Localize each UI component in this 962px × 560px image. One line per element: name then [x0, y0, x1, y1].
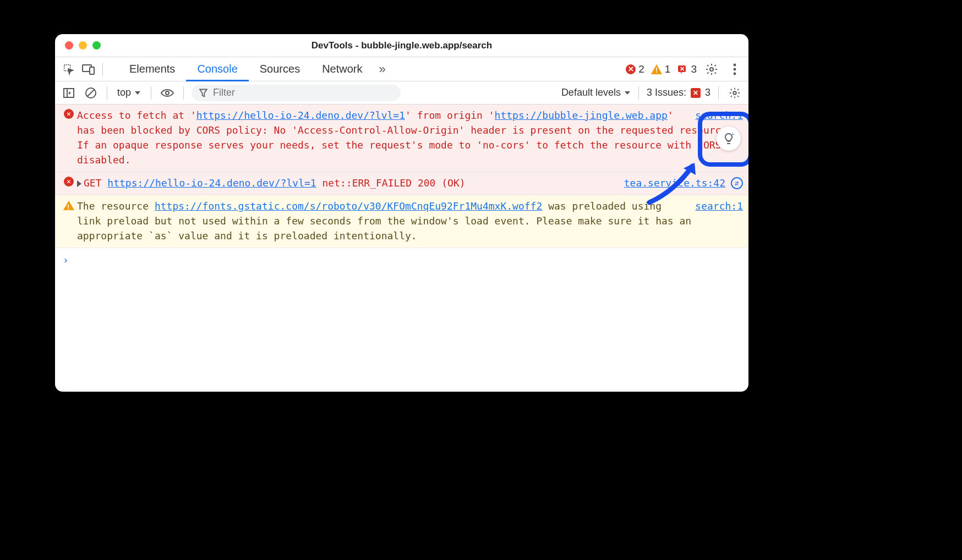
- funnel-icon: [199, 89, 207, 97]
- ai-insights-button[interactable]: [717, 127, 741, 151]
- console-message[interactable]: ✕tea.service.ts:42⇅GET https://hello-io-…: [55, 172, 748, 195]
- inspect-element-icon[interactable]: [61, 61, 77, 78]
- zoom-window-button[interactable]: [92, 41, 101, 50]
- tab-label: Console: [197, 63, 237, 75]
- devtools-window: DevTools - bubble-jingle.web.app/search …: [55, 34, 748, 392]
- console-settings-icon[interactable]: [726, 85, 743, 101]
- svg-point-15: [733, 91, 736, 95]
- clear-console-icon[interactable]: [83, 85, 99, 101]
- tab-label: Sources: [260, 63, 300, 75]
- issue-badge-icon: ✕: [691, 88, 701, 98]
- error-count[interactable]: ✕ 2: [626, 63, 644, 75]
- live-expression-icon[interactable]: [159, 85, 176, 101]
- svg-point-8: [734, 68, 736, 70]
- chevron-down-icon: [134, 91, 141, 95]
- traffic-lights: [65, 41, 101, 50]
- source-link[interactable]: search:1: [695, 108, 743, 123]
- console-prompt[interactable]: ›: [55, 248, 748, 272]
- console-toolbar: top Default levels 3 Issues: ✕ 3: [55, 81, 748, 105]
- separator: [107, 86, 107, 100]
- error-icon: ✕: [61, 108, 77, 167]
- svg-point-7: [734, 63, 736, 66]
- warning-icon: !: [651, 64, 662, 74]
- expand-caret-icon[interactable]: [77, 180, 81, 187]
- message-body: tea.service.ts:42⇅GET https://hello-io-2…: [77, 175, 743, 190]
- svg-point-6: [710, 68, 713, 71]
- issue-icon: ✕: [677, 64, 688, 74]
- source-link[interactable]: search:1: [695, 199, 743, 213]
- message-body: search:1The resource https://fonts.gstat…: [77, 199, 743, 243]
- message-text: Access to fetch at ': [77, 109, 196, 121]
- issues-label: 3 Issues:: [647, 87, 686, 98]
- filter-input[interactable]: [213, 87, 393, 98]
- svg-text:!: !: [655, 67, 658, 74]
- log-levels-selector[interactable]: Default levels: [561, 87, 631, 98]
- panel-tabs: Elements Console Sources Network »: [118, 57, 391, 81]
- message-text: net::ERR_FAILED 200 (OK): [316, 177, 466, 189]
- separator: [151, 86, 151, 100]
- url-link[interactable]: https://hello-io-24.deno.dev/?lvl=1: [107, 177, 316, 189]
- levels-label: Default levels: [561, 87, 621, 98]
- svg-line-13: [88, 90, 94, 96]
- message-text: ' from origin ': [405, 109, 495, 121]
- svg-point-14: [166, 91, 169, 95]
- status-bar: ✕ 2 ! 1 ✕ 3: [626, 61, 743, 78]
- filter-field[interactable]: [192, 85, 401, 101]
- svg-point-9: [734, 72, 736, 75]
- lightbulb-icon: [722, 132, 735, 145]
- more-tabs-button[interactable]: »: [374, 57, 391, 81]
- kebab-menu-icon[interactable]: [726, 61, 743, 78]
- warning-icon: [61, 199, 77, 243]
- chevrons-icon: »: [379, 62, 386, 76]
- issues-badge-count: 3: [705, 87, 710, 98]
- chevron-down-icon: [624, 91, 631, 95]
- error-icon: ✕: [61, 175, 77, 190]
- minimize-window-button[interactable]: [79, 41, 87, 50]
- url-link[interactable]: https://fonts.gstatic.com/s/roboto/v30/K…: [155, 200, 542, 212]
- issues-link[interactable]: 3 Issues: ✕ 3: [647, 87, 710, 98]
- url-link[interactable]: https://bubble-jingle.web.app: [495, 109, 668, 121]
- separator: [183, 86, 184, 100]
- issues-count-value: 3: [691, 63, 697, 75]
- titlebar: DevTools - bubble-jingle.web.app/search: [55, 34, 748, 57]
- warning-count[interactable]: ! 1: [651, 63, 671, 75]
- tab-sources[interactable]: Sources: [249, 57, 311, 81]
- message-text: GET: [84, 177, 107, 189]
- console-message[interactable]: ✕search:1Access to fetch at 'https://hel…: [55, 105, 748, 172]
- context-label: top: [117, 87, 131, 98]
- reload-icon[interactable]: ⇅: [731, 177, 743, 189]
- tab-elements[interactable]: Elements: [118, 57, 186, 81]
- separator: [718, 86, 719, 100]
- toggle-sidebar-icon[interactable]: [61, 85, 77, 101]
- separator: [638, 86, 639, 100]
- prompt-caret-icon: ›: [63, 252, 69, 267]
- warning-count-value: 1: [665, 63, 671, 75]
- svg-rect-2: [90, 67, 94, 74]
- window-title: DevTools - bubble-jingle.web.app/search: [311, 40, 492, 51]
- tab-console[interactable]: Console: [186, 57, 248, 81]
- tab-network[interactable]: Network: [311, 57, 373, 81]
- message-body: search:1Access to fetch at 'https://hell…: [77, 108, 743, 167]
- message-text: The resource: [77, 200, 155, 212]
- settings-icon[interactable]: [703, 61, 720, 78]
- context-selector[interactable]: top: [115, 86, 143, 100]
- source-link[interactable]: tea.service.ts:42: [624, 175, 725, 190]
- device-toolbar-icon[interactable]: [80, 61, 97, 78]
- svg-text:✕: ✕: [680, 65, 685, 72]
- separator: [102, 63, 103, 76]
- tab-label: Elements: [129, 63, 175, 75]
- console-messages[interactable]: ✕search:1Access to fetch at 'https://hel…: [55, 105, 748, 392]
- console-message[interactable]: search:1The resource https://fonts.gstat…: [55, 195, 748, 248]
- close-window-button[interactable]: [65, 41, 73, 50]
- main-toolbar: Elements Console Sources Network » ✕ 2 !…: [55, 57, 748, 81]
- error-icon: ✕: [626, 64, 636, 74]
- error-count-value: 2: [638, 63, 644, 75]
- issues-count[interactable]: ✕ 3: [677, 63, 697, 75]
- tab-label: Network: [322, 63, 362, 75]
- url-link[interactable]: https://hello-io-24.deno.dev/?lvl=1: [196, 109, 405, 121]
